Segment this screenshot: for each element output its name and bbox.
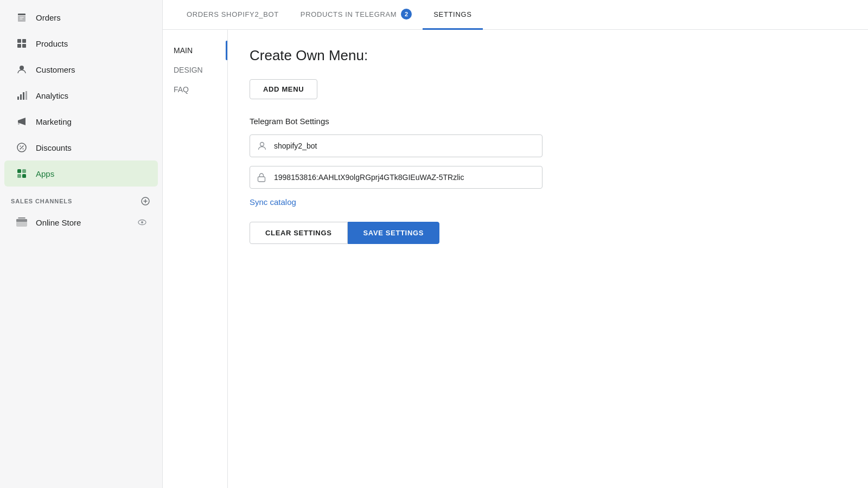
svg-rect-17 <box>22 174 26 178</box>
tab-settings[interactable]: SETTINGS <box>423 0 482 30</box>
sub-nav-main[interactable]: MAIN <box>163 41 227 60</box>
clear-settings-button[interactable]: CLEAR SETTINGS <box>250 222 348 244</box>
sidebar-item-products-label: Products <box>36 39 68 48</box>
sub-nav-faq[interactable]: FAQ <box>163 80 227 99</box>
sub-nav-main-label: MAIN <box>174 46 193 55</box>
svg-rect-8 <box>25 91 27 100</box>
sub-nav-design[interactable]: DESIGN <box>163 60 227 80</box>
add-menu-button-label: ADD MENU <box>263 85 304 93</box>
person-icon <box>257 141 267 151</box>
form-area: Create Own Menu: ADD MENU Telegram Bot S… <box>228 30 868 488</box>
add-menu-button[interactable]: ADD MENU <box>250 79 317 99</box>
sidebar-item-discounts-label: Discounts <box>36 143 72 152</box>
sidebar-item-apps[interactable]: Apps <box>4 160 158 187</box>
form-buttons: CLEAR SETTINGS SAVE SETTINGS <box>250 222 846 244</box>
token-input-group <box>250 166 846 189</box>
tab-orders-bot-label: ORDERS SHOPIFY2_BOT <box>187 10 279 18</box>
online-store-label: Online Store <box>36 218 81 227</box>
svg-rect-20 <box>16 219 27 222</box>
svg-point-13 <box>23 149 24 150</box>
sidebar-item-apps-label: Apps <box>36 169 54 178</box>
telegram-bot-settings-label: Telegram Bot Settings <box>250 117 846 126</box>
online-store-icon <box>15 216 28 229</box>
svg-rect-3 <box>22 44 26 48</box>
svg-rect-24 <box>258 177 265 182</box>
form-title: Create Own Menu: <box>250 47 846 64</box>
sidebar-item-orders[interactable]: Orders <box>4 4 158 30</box>
svg-point-4 <box>20 66 24 70</box>
save-settings-button[interactable]: SAVE SETTINGS <box>348 222 440 244</box>
analytics-icon <box>15 89 28 102</box>
save-settings-label: SAVE SETTINGS <box>363 229 424 237</box>
tab-products-telegram-label: PRODUCTS IN TELEGRAM <box>301 10 397 18</box>
svg-rect-5 <box>17 97 19 100</box>
tab-orders-bot[interactable]: ORDERS SHOPIFY2_BOT <box>176 0 290 30</box>
sales-channels-label: SALES CHANNELS <box>11 198 72 204</box>
username-input-group <box>250 134 846 157</box>
marketing-icon <box>15 115 28 128</box>
sales-channels-section: SALES CHANNELS <box>0 187 162 210</box>
sub-nav-faq-label: FAQ <box>174 85 189 94</box>
sidebar-item-online-store[interactable]: Online Store <box>4 210 158 234</box>
sync-catalog-link[interactable]: Sync catalog <box>250 197 296 207</box>
products-icon <box>15 37 28 50</box>
svg-rect-15 <box>22 169 26 173</box>
add-sales-channel-button[interactable] <box>139 195 151 207</box>
svg-rect-7 <box>23 92 24 100</box>
svg-rect-16 <box>17 174 21 178</box>
tab-products-telegram[interactable]: PRODUCTS IN TELEGRAM 2 <box>290 0 423 30</box>
username-input[interactable] <box>250 134 542 157</box>
customers-icon <box>15 63 28 76</box>
online-store-visibility-button[interactable] <box>137 217 147 227</box>
sidebar-item-orders-label: Orders <box>36 13 61 22</box>
clear-settings-label: CLEAR SETTINGS <box>265 229 332 237</box>
sub-nav: MAIN DESIGN FAQ <box>163 30 228 488</box>
token-input[interactable] <box>250 166 542 189</box>
svg-rect-1 <box>22 39 26 43</box>
sidebar: Orders Products Customers <box>0 0 163 488</box>
apps-icon <box>15 167 28 180</box>
sidebar-item-customers[interactable]: Customers <box>4 56 158 82</box>
sidebar-item-products[interactable]: Products <box>4 30 158 56</box>
svg-point-12 <box>20 146 21 147</box>
tab-bar: ORDERS SHOPIFY2_BOT PRODUCTS IN TELEGRAM… <box>163 0 868 30</box>
main-content: ORDERS SHOPIFY2_BOT PRODUCTS IN TELEGRAM… <box>163 0 868 488</box>
svg-rect-10 <box>18 123 20 125</box>
svg-rect-6 <box>20 94 22 100</box>
svg-rect-2 <box>17 44 21 48</box>
sidebar-item-discounts[interactable]: Discounts <box>4 134 158 160</box>
online-store-left: Online Store <box>15 216 81 229</box>
orders-icon <box>15 11 28 24</box>
content-area: MAIN DESIGN FAQ Create Own Menu: ADD MEN… <box>163 30 868 488</box>
svg-rect-14 <box>17 169 21 173</box>
svg-rect-9 <box>18 120 20 123</box>
tab-products-telegram-badge: 2 <box>401 9 412 20</box>
sidebar-item-customers-label: Customers <box>36 65 75 74</box>
sidebar-item-analytics[interactable]: Analytics <box>4 82 158 108</box>
tab-settings-label: SETTINGS <box>433 10 471 18</box>
lock-icon <box>257 172 266 182</box>
discounts-icon <box>15 141 28 154</box>
svg-point-22 <box>141 221 143 223</box>
svg-rect-0 <box>17 39 21 43</box>
sidebar-item-marketing-label: Marketing <box>36 117 72 126</box>
sidebar-item-marketing[interactable]: Marketing <box>4 108 158 134</box>
sub-nav-design-label: DESIGN <box>174 66 203 74</box>
svg-point-23 <box>260 143 264 146</box>
sidebar-item-analytics-label: Analytics <box>36 91 68 100</box>
